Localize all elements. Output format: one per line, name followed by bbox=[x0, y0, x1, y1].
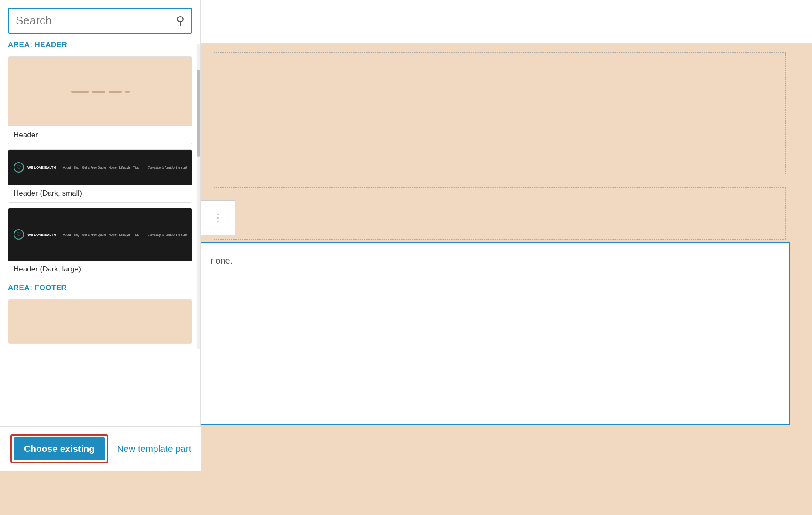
template-preview-dark-small: ♡ WE LOVE EALTH About Blog Get a Free Qu… bbox=[8, 150, 192, 185]
template-card-header[interactable]: Header bbox=[8, 56, 192, 144]
template-preview-dark-large: ♡ WE LOVE EALTH About Blog Get a Free Qu… bbox=[8, 208, 192, 261]
preview-line bbox=[92, 91, 105, 93]
preview-line bbox=[71, 91, 89, 93]
dark-brand-large: WE LOVE EALTH bbox=[27, 233, 56, 237]
nav-item: Home bbox=[109, 233, 117, 236]
template-card-footer[interactable] bbox=[8, 299, 192, 344]
footer-preview bbox=[8, 300, 192, 343]
dashed-rect-mid bbox=[214, 187, 786, 240]
area-footer-label: AREA: FOOTER bbox=[8, 284, 192, 292]
dashed-rect-top bbox=[214, 52, 786, 174]
nav-item: Lifestyle bbox=[119, 166, 131, 169]
panel-list[interactable]: AREA: HEADER Header ♡ WE LOVE EALTH bbox=[0, 34, 200, 471]
search-icon: ⚲ bbox=[176, 14, 184, 27]
scroll-thumb[interactable] bbox=[197, 70, 200, 157]
dark-header-content-large: ♡ WE LOVE EALTH About Blog Get a Free Qu… bbox=[8, 208, 192, 261]
nav-item: About bbox=[63, 233, 71, 236]
dark-brand: WE LOVE EALTH bbox=[27, 166, 56, 169]
area-header-label: AREA: HEADER bbox=[8, 41, 192, 49]
left-panel: ⚲ AREA: HEADER Header ♡ WE LOVE EAL bbox=[0, 0, 201, 471]
scroll-track bbox=[197, 44, 200, 349]
search-input[interactable] bbox=[16, 14, 172, 27]
dark-logo-icon: ♡ bbox=[14, 162, 24, 173]
nav-item: About bbox=[63, 166, 71, 169]
nav-item: Get a Free Quote bbox=[82, 233, 106, 236]
search-box[interactable]: ⚲ bbox=[8, 8, 192, 34]
template-name-dark-large: Header (Dark, large) bbox=[8, 261, 192, 278]
nav-item: Home bbox=[109, 166, 117, 169]
dark-tagline-large: Travelling is food for the soul bbox=[148, 233, 187, 236]
dots-icon: ⋮ bbox=[213, 212, 223, 224]
template-card-header-dark-large[interactable]: ♡ WE LOVE EALTH About Blog Get a Free Qu… bbox=[8, 208, 192, 278]
dark-nav-items-large: About Blog Get a Free Quote Home Lifesty… bbox=[63, 233, 139, 236]
dots-menu-button[interactable]: ⋮ bbox=[201, 200, 235, 235]
dark-nav-items: About Blog Get a Free Quote Home Lifesty… bbox=[63, 166, 139, 169]
content-box: r one. bbox=[196, 242, 790, 425]
nav-item: Tips bbox=[133, 233, 139, 236]
template-card-header-dark-small[interactable]: ♡ WE LOVE EALTH About Blog Get a Free Qu… bbox=[8, 149, 192, 203]
bottom-bar: Choose existing New template part bbox=[0, 426, 201, 471]
nav-item: Blog bbox=[73, 233, 79, 236]
content-box-text: r one. bbox=[210, 256, 232, 265]
preview-lines bbox=[71, 91, 130, 93]
dark-logo-icon-large: ♡ bbox=[14, 229, 24, 240]
template-preview-header bbox=[8, 57, 192, 126]
nav-item: Blog bbox=[73, 166, 79, 169]
choose-existing-wrapper: Choose existing bbox=[10, 434, 108, 463]
footer-area: AREA: FOOTER bbox=[8, 284, 192, 344]
template-name-header: Header bbox=[8, 126, 192, 144]
dark-tagline: Travelling is food for the soul bbox=[148, 166, 187, 169]
nav-item: Tips bbox=[133, 166, 139, 169]
nav-item: Lifestyle bbox=[119, 233, 131, 236]
preview-line bbox=[109, 91, 122, 93]
nav-item: Get a Free Quote bbox=[82, 166, 106, 169]
new-template-part-link[interactable]: New template part bbox=[117, 444, 191, 454]
choose-existing-button[interactable]: Choose existing bbox=[14, 437, 105, 460]
dark-header-content: ♡ WE LOVE EALTH About Blog Get a Free Qu… bbox=[8, 150, 192, 185]
preview-line bbox=[125, 91, 130, 93]
template-name-dark-small: Header (Dark, small) bbox=[8, 185, 192, 202]
